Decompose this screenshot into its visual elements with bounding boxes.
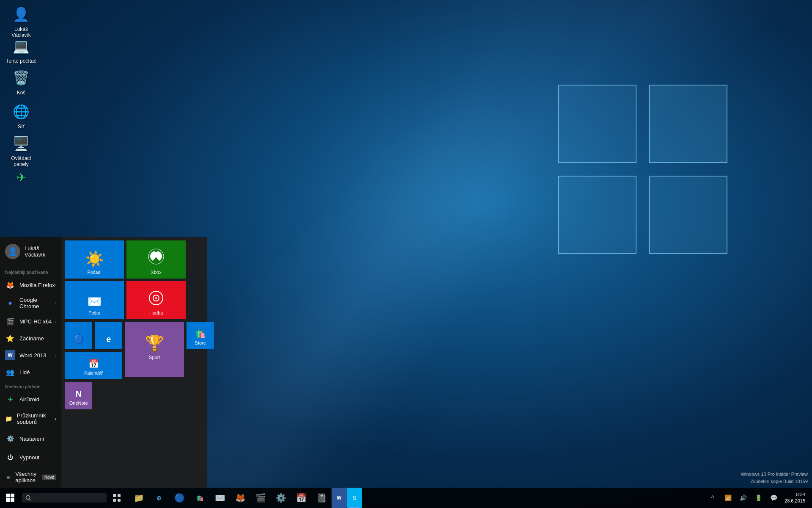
start-item-vsechny-aplikace[interactable]: ≡ Všechny aplikace Nové bbox=[0, 467, 61, 488]
taskbar-skype[interactable]: S bbox=[347, 488, 362, 508]
posta-label: Pošta bbox=[88, 310, 100, 316]
tile-pocasi[interactable]: ☀️ Počasí bbox=[65, 240, 124, 279]
desktop-icon-ovladaci-panely[interactable]: 🖥️ Ovládací panely bbox=[4, 133, 38, 168]
taskbar-firefox[interactable]: 🦊 bbox=[230, 488, 250, 508]
tile-ie[interactable]: 🔵 bbox=[65, 322, 92, 349]
start-item-pruzkumnik[interactable]: 📁 Průzkumník souborů › bbox=[0, 408, 61, 429]
start-item-chrome[interactable]: ● Google Chrome › bbox=[0, 293, 61, 313]
svg-rect-12 bbox=[113, 499, 116, 502]
tile-onenote[interactable]: N OneNote bbox=[65, 382, 92, 409]
start-user[interactable]: 👤 Lukáš Václavík bbox=[0, 237, 61, 266]
lide-icon: 👥 bbox=[5, 367, 15, 377]
start-item-vypnout[interactable]: ⏻ Vypnout bbox=[0, 448, 61, 467]
taskbar-apps: 📁 e 🔵 🛍️ ✉️ 🦊 🎬 ⚙️ 📅 📓 W S bbox=[129, 488, 362, 508]
zaciname-icon: ⭐ bbox=[5, 333, 15, 343]
taskbar-right: ^ 📶 🔊 🔋 💬 8:34 28.6.2015 bbox=[705, 488, 812, 508]
taskbar-settings[interactable]: ⚙️ bbox=[271, 488, 291, 508]
start-right-panel: ☀️ Počasí Xbox ✉️ Pošta bbox=[61, 237, 217, 488]
desktop-icon-sit[interactable]: 🌐 Síť bbox=[4, 102, 38, 130]
trash-label: Koš bbox=[4, 90, 38, 96]
svg-point-8 bbox=[26, 496, 30, 500]
tile-hudba[interactable]: Hudba bbox=[126, 281, 186, 319]
start-left-panel: 👤 Lukáš Václavík Nejčastěji používané 🦊 … bbox=[0, 237, 61, 488]
word-arrow: › bbox=[55, 353, 56, 358]
start-item-nastaveni[interactable]: ⚙️ Nastavení bbox=[0, 429, 61, 448]
desktop-icon-airdroid[interactable]: ✈ bbox=[4, 167, 38, 189]
desktop-icon-lukas[interactable]: 👤 Lukáš Václavík bbox=[4, 4, 38, 39]
zaciname-label: Začínáme bbox=[19, 335, 56, 342]
taskbar: 📁 e 🔵 🛍️ ✉️ 🦊 🎬 ⚙️ 📅 📓 W S ^ 📶 🔊 🔋 💬 8 bbox=[0, 488, 812, 508]
taskbar-ie[interactable]: 🔵 bbox=[169, 488, 189, 508]
taskbar-calendar[interactable]: 📅 bbox=[291, 488, 311, 508]
taskbar-mail[interactable]: ✉️ bbox=[210, 488, 230, 508]
lukas-icon: 👤 bbox=[11, 4, 31, 25]
airdroid-label: AirDroid bbox=[19, 396, 56, 403]
posta-icon: ✉️ bbox=[87, 295, 102, 309]
start-item-airdroid[interactable]: ✈ AirDroid bbox=[0, 391, 61, 408]
start-item-firefox[interactable]: 🦊 Mozilla Firefox › bbox=[0, 276, 61, 293]
task-view-button[interactable] bbox=[107, 488, 127, 508]
pruzkumnik-arrow: › bbox=[55, 416, 56, 422]
tray-arrow[interactable]: ^ bbox=[705, 488, 720, 508]
hudba-icon bbox=[148, 290, 164, 309]
chrome-label: Google Chrome bbox=[19, 297, 55, 309]
pocasi-label: Počasí bbox=[87, 270, 102, 275]
taskbar-mpc[interactable]: 🎬 bbox=[250, 488, 271, 508]
svg-rect-6 bbox=[6, 498, 10, 502]
desktop-icon-kos[interactable]: 🗑️ Koš bbox=[4, 68, 38, 96]
tile-store[interactable]: 🛍️ Store bbox=[187, 322, 214, 349]
win10-line2: Zkušební kopie Build 10159 bbox=[741, 478, 808, 485]
clock-date: 28.6.2015 bbox=[785, 498, 805, 504]
sport-label: Sport bbox=[149, 355, 160, 360]
tray-network[interactable]: 📶 bbox=[720, 488, 735, 508]
user-name: Lukáš Václavík bbox=[25, 245, 56, 258]
section-nedavno: Nedávno přidané bbox=[0, 381, 61, 391]
kalendar-label: Kalendář bbox=[84, 370, 103, 376]
control-panel-label: Ovládací panely bbox=[4, 155, 38, 168]
mpc-icon: 🎬 bbox=[5, 316, 15, 326]
apps-label: Všechny aplikace bbox=[15, 471, 41, 483]
pocasi-icon: ☀️ bbox=[85, 250, 104, 268]
firefox-icon: 🦊 bbox=[5, 280, 15, 290]
start-item-word2013[interactable]: W Word 2013 › bbox=[0, 347, 61, 364]
svg-rect-13 bbox=[118, 499, 121, 502]
tile-sport[interactable]: 🏆 Sport bbox=[125, 322, 184, 377]
kalendar-icon: 📅 bbox=[88, 359, 99, 369]
tile-posta[interactable]: ✉️ Pošta bbox=[65, 281, 124, 319]
start-item-mpc[interactable]: 🎬 MPC-HC x64 › bbox=[0, 313, 61, 330]
airdroid-icon: ✈ bbox=[5, 394, 15, 404]
tile-xbox[interactable]: Xbox bbox=[126, 240, 186, 279]
tiles-row-1: ☀️ Počasí Xbox bbox=[65, 240, 214, 279]
tile-kalendar[interactable]: 📅 Kalendář bbox=[65, 352, 122, 379]
hudba-label: Hudba bbox=[149, 310, 163, 316]
tray-battery[interactable]: 🔋 bbox=[751, 488, 766, 508]
section-nejcasteji: Nejčastěji používané bbox=[0, 266, 61, 276]
taskbar-onenote[interactable]: 📓 bbox=[311, 488, 332, 508]
svg-rect-5 bbox=[11, 494, 14, 497]
win-pane-br bbox=[649, 176, 727, 254]
tray-sound[interactable]: 🔊 bbox=[735, 488, 751, 508]
store-icon: 🛍️ bbox=[195, 329, 206, 339]
start-item-zaciname[interactable]: ⭐ Začínáme bbox=[0, 330, 61, 347]
tray-action-center[interactable]: 💬 bbox=[766, 488, 781, 508]
taskbar-file-explorer[interactable]: 📁 bbox=[129, 488, 149, 508]
windows-logo bbox=[558, 85, 727, 254]
vypnout-label: Vypnout bbox=[19, 454, 39, 461]
airdroid-desktop-icon: ✈ bbox=[11, 167, 31, 188]
svg-point-3 bbox=[155, 297, 157, 299]
taskbar-edge[interactable]: e bbox=[149, 488, 169, 508]
taskbar-word[interactable]: W bbox=[332, 488, 347, 508]
start-button[interactable] bbox=[0, 488, 20, 508]
start-menu: 👤 Lukáš Václavík Nejčastěji používané 🦊 … bbox=[0, 237, 207, 488]
nastaveni-label: Nastavení bbox=[19, 436, 44, 442]
firefox-label: Mozilla Firefox bbox=[19, 282, 55, 288]
trash-icon: 🗑️ bbox=[11, 68, 31, 88]
xbox-icon bbox=[148, 248, 165, 268]
tile-edge[interactable]: e bbox=[95, 322, 122, 349]
taskbar-search[interactable] bbox=[22, 493, 107, 502]
desktop-icon-tento-pocitac[interactable]: 💻 Tento počítač bbox=[4, 36, 38, 64]
start-item-lide[interactable]: 👥 Lidé bbox=[0, 364, 61, 381]
onenote-icon: N bbox=[76, 389, 82, 399]
taskbar-clock[interactable]: 8:34 28.6.2015 bbox=[781, 491, 809, 505]
taskbar-store[interactable]: 🛍️ bbox=[189, 488, 210, 508]
